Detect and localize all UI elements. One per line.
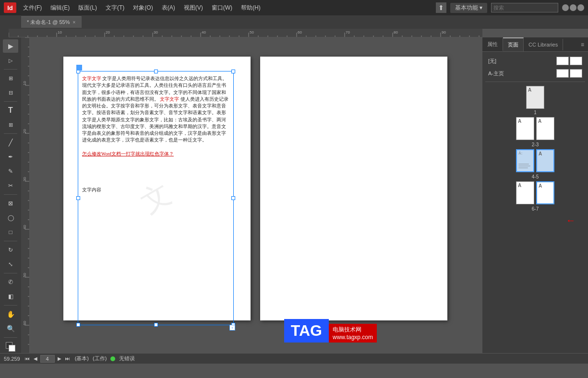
menu-table[interactable]: 表(A) [158, 3, 179, 13]
pen-tool[interactable]: ✒ [3, 150, 18, 164]
hand-tool[interactable]: ✋ [3, 307, 18, 321]
maximize-button[interactable] [570, 4, 576, 11]
page-a-label-5: A [539, 151, 542, 156]
page-number-input[interactable] [40, 355, 55, 363]
gradient-tool[interactable]: ◧ [3, 290, 18, 303]
minimize-button[interactable] [562, 4, 569, 11]
last-page-button[interactable]: ⏭ [64, 356, 71, 361]
title-bar-right: ⬆ 基本功能 ▾ [436, 2, 584, 13]
frame-handle-tr[interactable] [231, 70, 235, 73]
link-text[interactable]: 怎么修改Word文档一打字就出现红色字体？ [82, 151, 229, 157]
close-button[interactable] [577, 4, 584, 11]
frame-handle-ml[interactable] [76, 196, 80, 200]
rect-tool[interactable]: □ [3, 225, 18, 239]
direct-select-tool[interactable]: ▷ [3, 54, 18, 67]
tab-title: * 未命名-1 @ 55% [27, 19, 70, 26]
next-page-button[interactable]: ▶ [57, 356, 62, 361]
page-thumb-img-6: A [516, 181, 534, 204]
frame-handle-bc[interactable] [154, 323, 158, 327]
page-a-label-1: A [528, 87, 531, 93]
menu-view[interactable]: 视图(V) [180, 3, 207, 13]
top-ruler-row [0, 29, 588, 37]
eyedropper-tool[interactable]: ✆ [3, 275, 18, 289]
master-swatch-2 [570, 69, 582, 78]
menu-help[interactable]: 帮助(H) [237, 3, 264, 13]
rect-frame-tool[interactable]: ⊠ [3, 197, 18, 210]
master-swatch [556, 69, 569, 78]
app-logo: Id [4, 2, 16, 13]
page-tool[interactable]: ⊞ [3, 71, 18, 85]
prev-page-button[interactable]: ◀ [33, 356, 38, 361]
tab-pages[interactable]: 页面 [503, 37, 524, 51]
page-thumb-7[interactable]: A [536, 181, 554, 204]
scissors-tool[interactable]: ✂ [3, 179, 18, 192]
frame-handle-mr[interactable] [231, 196, 235, 200]
menu-text[interactable]: 文字(T) [102, 3, 128, 13]
tool-divider-4 [4, 194, 17, 195]
menu-object[interactable]: 对象(O) [129, 3, 156, 13]
page-thumb-4[interactable]: Å: [516, 149, 534, 172]
menu-file[interactable]: 文件(F) [19, 3, 46, 13]
tab-bar: * 未命名-1 @ 55% × [0, 15, 588, 29]
none-row: [无] [485, 55, 585, 67]
vertical-ruler [21, 37, 30, 353]
line-tool[interactable]: ╱ [3, 136, 18, 149]
workspace-selector[interactable]: 基本功能 ▾ [450, 3, 487, 13]
search-input[interactable] [491, 3, 558, 12]
ellipse-frame-tool[interactable]: ◯ [3, 211, 18, 224]
canvas-area[interactable]: + 文字文字 文字是人类用符号记录表达信息以传之久远的方式和工具。现代文字大多是… [30, 37, 482, 353]
tab-close-button[interactable]: × [72, 20, 75, 25]
scale-tool[interactable]: ⤡ [3, 258, 18, 271]
page-thumb-2[interactable]: A [516, 117, 534, 140]
page-a-label-7: A [539, 183, 542, 189]
tab-cc-libraries[interactable]: CC Libraries [524, 39, 563, 50]
tool-divider-1 [4, 69, 17, 70]
frame-handle-tc[interactable] [154, 70, 158, 73]
panel-divider [485, 82, 585, 82]
page-thumb-6[interactable]: A [516, 181, 534, 204]
page-thumb-1[interactable]: A 1 [526, 86, 544, 115]
table-tool[interactable]: ⊞ [3, 118, 18, 131]
tag-logo: TAG [284, 319, 329, 343]
zoom-tool[interactable]: 🔍 [3, 322, 18, 335]
document-tab[interactable]: * 未命名-1 @ 55% × [21, 16, 82, 28]
red-arrow-container: ← [485, 215, 585, 225]
red-text-2: 文字文字 [160, 97, 179, 102]
pencil-tool[interactable]: ✎ [3, 165, 18, 178]
panel-options-button[interactable]: ≡ [577, 39, 588, 50]
tag-overlay: TAG 电脑技术网 www.tagxp.com [284, 319, 377, 343]
upload-button[interactable]: ⬆ [436, 2, 446, 13]
fill-stroke-btn[interactable] [3, 340, 18, 353]
page-thumb-3[interactable]: A [536, 117, 554, 140]
none-swatch-2 [570, 57, 582, 65]
page-thumb-5[interactable]: A [536, 149, 554, 172]
page-23-row: A A [487, 117, 583, 140]
page-right [260, 57, 447, 320]
red-text-1: 文字文字 [82, 76, 101, 81]
window-controls [562, 4, 584, 11]
panel-body: [无] A-主页 [482, 52, 588, 353]
text-frame[interactable]: + 文字文字 文字是人类用符号记录表达信息以传之久远的方式和工具。现代文字大多是… [78, 71, 234, 325]
page-a-label-2: A [518, 118, 521, 124]
frame-in-port[interactable] [76, 65, 82, 71]
page-thumb-label-1: 1 [534, 110, 537, 115]
frame-handle-bl[interactable] [76, 323, 80, 327]
tab-properties[interactable]: 属性 [482, 38, 503, 51]
canvas-row: + 文字文字 文字是人类用符号记录表达信息以传之久远的方式和工具。现代文字大多是… [21, 37, 482, 353]
page-thumb-img-7: A [536, 181, 554, 204]
menu-edit[interactable]: 编辑(E) [47, 3, 73, 13]
gap-tool[interactable]: ⊟ [3, 86, 18, 99]
select-tool[interactable]: ▶ [3, 39, 18, 53]
tool-divider-6 [4, 273, 17, 273]
scroll-area: ▶ ▷ ⊞ ⊟ T ⊞ ╱ ✒ ✎ ✂ ⊠ ◯ □ ↻ ⤡ ✆ ◧ ✋ 🔍 [0, 37, 588, 353]
first-page-button[interactable]: ⏮ [24, 356, 31, 361]
red-arrow-icon: ← [566, 215, 576, 226]
rotate-tool[interactable]: ↻ [3, 243, 18, 257]
none-label: [无] [488, 58, 496, 65]
text-tool[interactable]: T [3, 104, 18, 117]
frame-out-port[interactable]: + [229, 325, 235, 331]
menu-window[interactable]: 窗口(W) [208, 3, 236, 13]
page-a-label-4: Å: [518, 151, 522, 155]
status-bar: 59.259 ⏮ ◀ ▶ ⏭ (基本) (工作) 无错误 [0, 353, 588, 364]
menu-layout[interactable]: 版面(L) [74, 3, 101, 13]
